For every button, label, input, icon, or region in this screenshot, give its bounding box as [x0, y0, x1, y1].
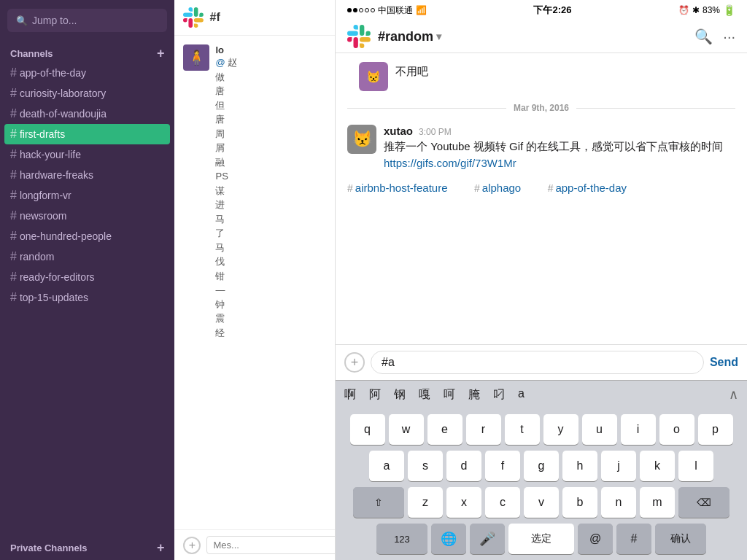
pred-word-6[interactable]: 腌 — [468, 387, 480, 402]
key-z[interactable]: z — [408, 487, 443, 518]
hash-icon: # — [10, 271, 17, 284]
key-shift[interactable]: ⇧ — [353, 487, 404, 518]
search-bar[interactable]: 🔍 Jump to... — [7, 9, 167, 32]
key-globe[interactable]: 🌐 — [431, 524, 466, 554]
key-select[interactable]: 选定 — [508, 524, 574, 554]
key-u[interactable]: u — [582, 414, 617, 445]
status-right: ⏰ ✱ 83% 🔋 — [678, 4, 735, 16]
key-h[interactable]: h — [562, 451, 597, 481]
channel-item-longform-vr[interactable]: # longform-vr — [0, 185, 174, 206]
chevron-down-icon: ▾ — [436, 31, 441, 42]
channel-item-death-of-wandoujia[interactable]: # death-of-wandoujia — [0, 104, 174, 124]
message-text: 推荐一个 Youtube 视频转 Gif 的在线工具，感觉可以省下点审核的时间 … — [384, 139, 735, 171]
key-delete[interactable]: ⌫ — [678, 487, 729, 518]
key-i[interactable]: i — [621, 414, 656, 445]
channel-item-first-drafts[interactable]: # first-drafts — [4, 124, 170, 144]
xutao-avatar: 😾 — [347, 125, 376, 154]
mobile-message-input[interactable] — [371, 351, 704, 374]
expand-predictions-icon[interactable]: ∧ — [729, 386, 738, 402]
key-x[interactable]: x — [446, 487, 481, 518]
channel-item-newsroom[interactable]: # newsroom — [0, 206, 174, 226]
desktop-channel-title: #f — [209, 11, 220, 24]
channel-item-hack-your-life[interactable]: # hack-your-life — [0, 144, 174, 165]
predictive-words: 啊 阿 钢 嘎 呵 腌 叼 a — [344, 387, 729, 402]
key-r[interactable]: r — [466, 414, 501, 445]
key-p[interactable]: p — [698, 414, 733, 445]
more-icon[interactable]: ··· — [723, 28, 735, 45]
mobile-channel-name[interactable]: #random ▾ — [378, 29, 687, 44]
pred-word-4[interactable]: 嘎 — [419, 387, 430, 402]
key-k[interactable]: k — [640, 451, 675, 481]
keyboard: q w e r t y u i o p a s d f g h j k l ⇧ … — [336, 408, 747, 560]
pre-message-text: 不用吧 — [395, 65, 428, 77]
add-attachment-button[interactable]: + — [344, 352, 365, 373]
bluetooth-icon: ✱ — [692, 5, 700, 15]
key-d[interactable]: d — [446, 451, 481, 481]
key-o[interactable]: o — [659, 414, 694, 445]
key-y[interactable]: y — [543, 414, 578, 445]
key-t[interactable]: t — [505, 414, 540, 445]
pred-word-1[interactable]: 啊 — [344, 387, 356, 402]
hash-icon: # — [10, 189, 17, 202]
key-confirm[interactable]: 确认 — [655, 524, 706, 554]
key-v[interactable]: v — [524, 487, 559, 518]
hash-icon: # — [10, 230, 17, 243]
signal-dot-2 — [353, 8, 357, 12]
pred-word-8[interactable]: a — [518, 387, 525, 402]
channel-item-random[interactable]: # random — [0, 246, 174, 267]
date-line-right — [576, 108, 735, 109]
key-s[interactable]: s — [408, 451, 443, 481]
key-e[interactable]: e — [427, 414, 462, 445]
search-icon[interactable]: 🔍 — [694, 28, 713, 45]
key-mic[interactable]: 🎤 — [470, 524, 505, 554]
date-divider: Mar 9th, 2016 — [336, 97, 747, 119]
ios-status-bar: 中国联通 📶 下午2:26 ⏰ ✱ 83% 🔋 — [336, 0, 747, 20]
key-b[interactable]: b — [562, 487, 597, 518]
desktop-panel: 🔍 Jump to... Channels + # app-of-the-day… — [0, 0, 336, 560]
hash-icon: # — [10, 66, 17, 79]
pred-word-2[interactable]: 阿 — [369, 387, 381, 402]
key-at[interactable]: @ — [578, 524, 613, 554]
add-attachment-button[interactable]: + — [183, 537, 201, 554]
message-link[interactable]: https://gifs.com/gif/73W1Mr — [384, 157, 516, 169]
channel-tag-airbnb[interactable]: # airbnb-host-feature — [336, 177, 460, 198]
pred-word-5[interactable]: 呵 — [444, 387, 455, 402]
key-n[interactable]: n — [601, 487, 636, 518]
channel-item-ready-for-editors[interactable]: # ready-for-editors — [0, 267, 174, 287]
header-icons: 🔍 ··· — [694, 28, 735, 45]
sender-name: xutao — [384, 125, 413, 137]
channel-item-one-hundred-people[interactable]: # one-hundred-people — [0, 226, 174, 246]
message-input[interactable] — [206, 536, 335, 554]
channel-tag-app-of-the-day[interactable]: # app-of-the-day — [536, 177, 638, 198]
key-g[interactable]: g — [524, 451, 559, 481]
status-left: 中国联通 📶 — [347, 4, 427, 17]
key-w[interactable]: w — [389, 414, 424, 445]
hash-icon: # — [10, 128, 17, 141]
channel-item-curiosity-laboratory[interactable]: # curiosity-laboratory — [0, 83, 174, 104]
key-c[interactable]: c — [485, 487, 520, 518]
channel-tag-alphago[interactable]: # alphago — [462, 177, 533, 198]
search-icon: 🔍 — [16, 15, 28, 26]
key-j[interactable]: j — [601, 451, 636, 481]
channel-item-hardware-freaks[interactable]: # hardware-freaks — [0, 165, 174, 185]
hash-icon: # — [474, 182, 480, 194]
key-l[interactable]: l — [678, 451, 713, 481]
channel-item-app-of-the-day[interactable]: # app-of-the-day — [0, 63, 174, 83]
hash-icon: # — [10, 209, 17, 222]
key-hash[interactable]: # — [616, 524, 651, 554]
sidebar: 🔍 Jump to... Channels + # app-of-the-day… — [0, 0, 174, 560]
pred-word-7[interactable]: 叼 — [493, 387, 505, 402]
pred-word-3[interactable]: 钢 — [394, 387, 406, 402]
add-private-channel-icon[interactable]: + — [157, 541, 165, 554]
key-f[interactable]: f — [485, 451, 520, 481]
mobile-chat-area: 😾 不用吧 Mar 9th, 2016 😾 xutao 3:00 PM 推荐一个 — [336, 53, 747, 344]
key-123[interactable]: 123 — [376, 524, 427, 554]
key-a[interactable]: a — [369, 451, 404, 481]
send-button[interactable]: Send — [710, 356, 738, 369]
keyboard-row-bottom: 123 🌐 🎤 选定 @ # 确认 — [338, 524, 744, 554]
channel-item-top-15-updates[interactable]: # top-15-updates — [0, 287, 174, 308]
key-q[interactable]: q — [350, 414, 385, 445]
desktop-message-row: 🧍 lo @ 赵 做 唐 但 唐 周 屑 融 PS 谋 — [174, 42, 335, 343]
add-channel-icon[interactable]: + — [157, 47, 165, 60]
key-m[interactable]: m — [640, 487, 675, 518]
